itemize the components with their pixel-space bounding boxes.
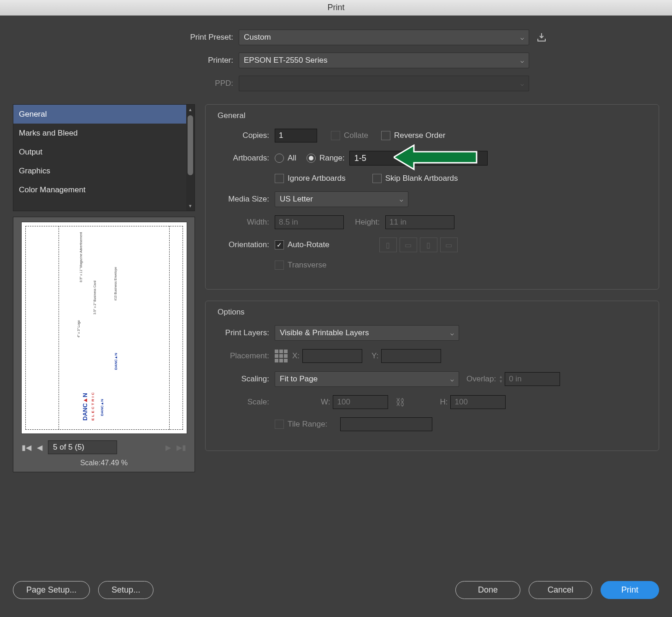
chevron-down-icon: ⌵ [400,196,403,203]
printer-value: EPSON ET-2550 Series [244,56,327,65]
next-page-icon: ▶ [165,443,171,452]
general-group: General Copies: Collate Reverse Order Ar… [205,104,659,290]
chevron-down-icon: ⌵ [450,376,454,383]
overlap-input [505,372,560,386]
artboards-label: Artboards: [215,154,275,163]
page-indicator[interactable]: 5 of 5 (5) [48,440,117,454]
print-button[interactable]: Print [601,581,659,599]
autorotate-checkbox[interactable]: Auto-Rotate [275,240,330,249]
ignore-artboards-checkbox[interactable]: Ignore Artboards [275,174,346,183]
done-button[interactable]: Done [455,581,520,599]
skip-blank-checkbox[interactable]: Skip Blank Artboards [372,174,458,183]
preset-value: Custom [244,33,271,42]
scaling-label: Scaling: [215,374,275,384]
setup-button[interactable]: Setup... [98,581,153,599]
y-label: Y: [371,351,378,361]
copies-label: Copies: [215,131,275,140]
overlap-label: Overlap: [466,374,496,384]
scale-label: Scale: [215,397,275,407]
chevron-down-icon: ⌵ [520,57,524,64]
page-setup-button[interactable]: Page Setup... [13,581,90,599]
options-group: Options Print Layers: Visible & Printabl… [205,301,659,451]
collate-checkbox: Collate [331,131,368,140]
top-settings: Print Preset: Custom ⌵ Printer: EPSON ET… [13,30,659,91]
range-input[interactable] [349,151,488,166]
chevron-down-icon: ⌵ [520,34,524,41]
button-row: Page Setup... Setup... Done Cancel Print [13,581,659,599]
first-page-icon[interactable]: ▮◀ [22,443,31,452]
copies-input[interactable] [275,129,317,142]
preview-panel: DANC▲NELECTRIC DANC▲N DANC▲N 4" x 3" Log… [13,217,195,472]
reverse-order-checkbox[interactable]: Reverse Order [381,131,445,140]
save-preset-icon[interactable] [536,33,547,42]
height-input [385,215,454,229]
preview-pager: ▮◀ ◀ 5 of 5 (5) ▶ ▶▮ [18,440,190,454]
mediasize-value: US Letter [280,195,313,204]
placement-y-input [381,349,441,363]
printlayers-value: Visible & Printable Layers [280,328,369,338]
link-icon: ⛓ [395,397,405,408]
category-marks-bleed[interactable]: Marks and Bleed [13,124,186,142]
scale-h-input [450,395,506,409]
ppd-select: ⌵ [239,76,529,91]
mediasize-label: Media Size: [215,195,275,204]
scale-w-label: W: [321,397,330,407]
printlayers-select[interactable]: Visible & Printable Layers ⌵ [275,325,459,341]
cancel-button[interactable]: Cancel [529,581,592,599]
chevron-down-icon: ⌵ [450,330,454,337]
scroll-up-icon[interactable]: ▴ [189,105,192,114]
scaling-select[interactable]: Fit to Page ⌵ [275,371,459,387]
general-title: General [215,111,248,120]
print-dialog: Print Preset: Custom ⌵ Printer: EPSON ET… [0,16,672,617]
category-general[interactable]: General [13,105,186,124]
options-title: Options [215,308,248,317]
prev-page-icon[interactable]: ◀ [37,443,42,452]
ppd-label: PPD: [13,79,239,88]
category-list: General Marks and Bleed Output Graphics … [13,104,195,211]
orientation-landscape-rev-icon: ▭ [440,237,458,252]
preview-scale: Scale:47.49 % [80,459,128,467]
printlayers-label: Print Layers: [215,328,275,338]
tilerange-input [340,417,432,431]
preview-page: DANC▲NELECTRIC DANC▲N DANC▲N 4" x 3" Log… [21,222,187,434]
orientation-icons: ▯ ▭ ▯ ▭ [379,237,458,252]
chevron-down-icon: ⌵ [520,80,524,87]
placement-label: Placement: [215,351,275,361]
transverse-checkbox: Transverse [275,261,326,270]
orientation-portrait-rev-icon: ▯ [420,237,437,252]
scale-w-input [333,395,388,409]
scrollbar[interactable]: ▴ ▾ [186,105,195,211]
printer-label: Printer: [13,56,239,65]
category-color-management[interactable]: Color Management [13,180,186,199]
window-titlebar: Print [0,0,672,16]
category-output[interactable]: Output [13,142,186,161]
last-page-icon: ▶▮ [177,443,186,452]
preset-label: Print Preset: [13,33,239,42]
window-title: Print [327,3,344,12]
height-label: Height: [344,218,385,227]
artboards-all-radio[interactable]: All [275,154,296,163]
placement-grid-icon [275,350,288,362]
scroll-down-icon[interactable]: ▾ [189,201,192,211]
width-input [275,215,344,229]
scroll-thumb[interactable] [188,115,193,175]
category-graphics[interactable]: Graphics [13,161,186,180]
placement-x-input [302,349,362,363]
scaling-value: Fit to Page [280,374,318,384]
x-label: X: [292,351,300,361]
width-label: Width: [215,218,275,227]
mediasize-select[interactable]: US Letter ⌵ [275,191,408,207]
orientation-label: Orientation: [215,240,275,249]
printer-select[interactable]: EPSON ET-2550 Series ⌵ [239,53,529,68]
orientation-landscape-icon: ▭ [400,237,417,252]
preset-select[interactable]: Custom ⌵ [239,30,529,45]
artboards-range-radio[interactable]: Range: [307,154,345,163]
tilerange-checkbox: Tile Range: [275,420,327,429]
scale-h-label: H: [440,397,448,407]
orientation-portrait-icon: ▯ [379,237,397,252]
